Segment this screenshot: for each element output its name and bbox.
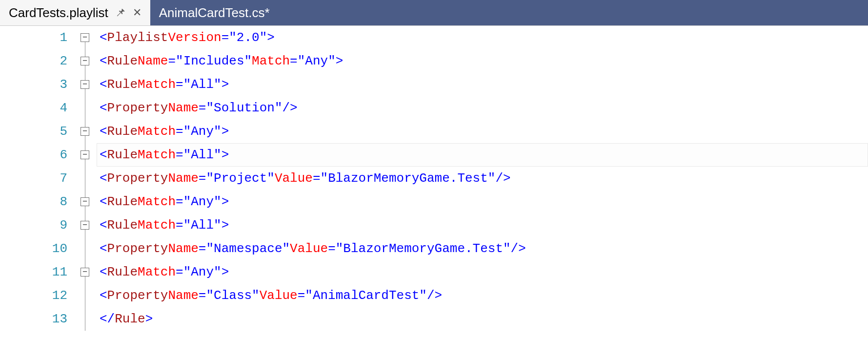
code-line[interactable]: <Rule Match="Any"> <box>97 120 868 143</box>
fold-gutter[interactable]: − <box>73 26 97 49</box>
fold-gutter <box>73 237 97 260</box>
code-line[interactable]: <Property Name="Project" Value="BlazorMe… <box>97 167 868 190</box>
fold-toggle-icon[interactable]: − <box>81 197 89 206</box>
fold-gutter[interactable]: − <box>73 73 97 96</box>
line-number: 6 <box>0 143 73 167</box>
fold-toggle-icon[interactable]: − <box>81 268 89 277</box>
fold-toggle-icon[interactable]: − <box>81 33 89 42</box>
tab-animalcardtest-cs[interactable]: AnimalCardTest.cs* <box>150 0 279 25</box>
code-editor[interactable]: 1−2−3−45−6−78−9−1011−1213 <Playlist Vers… <box>0 25 868 362</box>
fold-gutter <box>73 167 97 190</box>
fold-gutter <box>73 96 97 120</box>
fold-gutter[interactable]: − <box>73 120 97 143</box>
code-line[interactable]: <Rule Match="Any"> <box>97 260 868 284</box>
code-line[interactable]: <Property Name="Namespace" Value="Blazor… <box>97 237 868 260</box>
tab-cardtests-playlist[interactable]: CardTests.playlist 📌︎ ✕ <box>0 0 150 25</box>
code-line[interactable]: <Property Name="Solution" /> <box>97 96 868 120</box>
close-icon[interactable]: ✕ <box>133 6 141 19</box>
line-number: 7 <box>0 167 73 190</box>
fold-gutter[interactable]: − <box>73 190 97 213</box>
line-number: 9 <box>0 213 73 237</box>
fold-gutter <box>73 307 97 331</box>
line-number: 10 <box>0 237 73 260</box>
gutter: 1−2−3−45−6−78−9−1011−1213 <box>0 26 97 362</box>
fold-toggle-icon[interactable]: − <box>81 80 89 89</box>
fold-gutter[interactable]: − <box>73 49 97 73</box>
fold-gutter[interactable]: − <box>73 213 97 237</box>
line-number: 1 <box>0 26 73 49</box>
fold-gutter <box>73 284 97 307</box>
line-number: 5 <box>0 120 73 143</box>
pin-icon[interactable]: 📌︎ <box>115 6 126 19</box>
fold-toggle-icon[interactable]: − <box>81 127 89 136</box>
fold-gutter[interactable]: − <box>73 260 97 284</box>
line-number: 3 <box>0 73 73 96</box>
line-number: 13 <box>0 307 73 331</box>
code-line[interactable]: <Rule Match="All"> <box>97 143 868 167</box>
fold-toggle-icon[interactable]: − <box>81 150 89 159</box>
line-number: 11 <box>0 260 73 284</box>
line-number: 2 <box>0 49 73 73</box>
code-line[interactable]: <Rule Match="All"> <box>97 73 868 96</box>
code-line[interactable]: <Property Name="Class" Value="AnimalCard… <box>97 284 868 307</box>
line-number: 4 <box>0 96 73 120</box>
tab-bar: CardTests.playlist 📌︎ ✕ AnimalCardTest.c… <box>0 0 868 25</box>
tab-label: AnimalCardTest.cs* <box>159 5 270 21</box>
code-line[interactable]: <Rule Match="Any"> <box>97 190 868 213</box>
tab-label: CardTests.playlist <box>9 5 108 21</box>
code-line[interactable]: <Rule Match="All"> <box>97 213 868 237</box>
code-line[interactable]: <Playlist Version="2.0"> <box>97 26 868 49</box>
code-line[interactable]: </Rule> <box>97 307 868 331</box>
code-line[interactable]: <Rule Name="Includes" Match="Any"> <box>97 49 868 73</box>
fold-toggle-icon[interactable]: − <box>81 221 89 230</box>
code-area[interactable]: <Playlist Version="2.0"> <Rule Name="Inc… <box>97 26 868 362</box>
line-number: 12 <box>0 284 73 307</box>
fold-toggle-icon[interactable]: − <box>81 57 89 65</box>
fold-gutter[interactable]: − <box>73 143 97 167</box>
line-number: 8 <box>0 190 73 213</box>
